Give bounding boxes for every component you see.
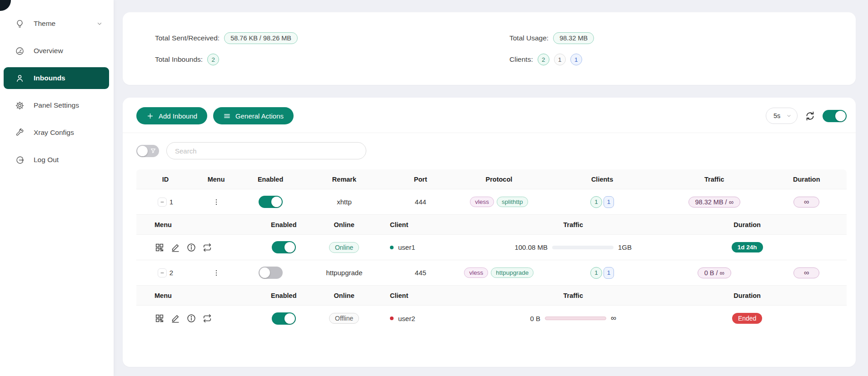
collapse-row-button[interactable] (158, 268, 167, 277)
col-header-client: Client (367, 292, 459, 299)
app-root: Theme Overview Inbounds (0, 0, 868, 376)
duration-badge: ∞ (793, 197, 819, 208)
client-count-badge: 1 (590, 196, 602, 208)
info-icon[interactable] (186, 242, 196, 252)
sidebar-item-label: Xray Configs (34, 129, 103, 137)
user-icon (15, 73, 25, 83)
info-icon[interactable] (186, 313, 196, 323)
inbound-row[interactable]: 1 xhttp 444 vless splithttp 1 (136, 189, 847, 215)
client-count-badge: 1 (604, 196, 614, 208)
total-inbounds-badge: 2 (207, 54, 219, 65)
filter-toggle[interactable] (136, 145, 159, 157)
traffic-progress-bar (552, 246, 614, 249)
traffic-progress-bar (545, 317, 606, 320)
sidebar-item-theme[interactable]: Theme (4, 13, 109, 35)
edit-icon[interactable] (170, 242, 180, 252)
row-menu-icon[interactable] (212, 198, 220, 206)
client-status-dot (390, 246, 394, 249)
traffic-badge: 0 B / ∞ (698, 267, 731, 278)
col-header-menu: Menu (195, 176, 238, 183)
chevron-down-icon (96, 20, 103, 27)
add-inbound-button[interactable]: Add Inbound (136, 107, 207, 124)
client-header-row: Menu Enabled Online Client Traffic Durat… (136, 215, 847, 235)
traffic-badge: 98.32 MB / ∞ (688, 197, 741, 208)
bulb-icon (15, 19, 25, 29)
col-header-duration: Duration (687, 221, 808, 228)
qr-code-icon[interactable] (155, 313, 165, 323)
col-header-traffic: Traffic (459, 221, 687, 228)
edit-icon[interactable] (170, 313, 180, 323)
sidebar-item-logout[interactable]: Log Out (4, 149, 109, 171)
row-menu-icon[interactable] (212, 269, 220, 277)
gear-icon (15, 100, 25, 110)
col-header-traffic: Traffic (459, 292, 687, 299)
col-header-enabled: Enabled (246, 221, 321, 228)
clients-count-badge: 2 (538, 54, 549, 65)
refresh-interval-select[interactable]: 5s (766, 108, 798, 124)
auto-refresh-toggle[interactable] (823, 110, 847, 122)
inbound-remark: xhttp (303, 198, 385, 206)
col-header-menu: Menu (136, 292, 246, 299)
client-header-row: Menu Enabled Online Client Traffic Durat… (136, 286, 847, 306)
main-content: Total Sent/Received: 58.76 KB / 98.26 MB… (114, 0, 868, 376)
logout-icon (15, 155, 25, 165)
plus-icon (146, 112, 154, 120)
online-status-badge: Offline (329, 313, 359, 324)
sidebar-item-xray-configs[interactable]: Xray Configs (4, 122, 109, 143)
col-header-traffic: Traffic (662, 176, 767, 183)
inbound-port: 445 (385, 269, 456, 277)
clients-label: Clients: (509, 55, 533, 64)
col-header-port: Port (385, 176, 456, 183)
col-header-protocol: Protocol (456, 176, 543, 183)
general-actions-button[interactable]: General Actions (213, 107, 294, 124)
col-header-online: Online (321, 221, 367, 228)
client-name: user1 (398, 243, 415, 251)
sidebar-nav: Theme Overview Inbounds (0, 0, 114, 171)
toolbar: Add Inbound General Actions 5s (123, 98, 856, 133)
inbound-port: 444 (385, 198, 456, 206)
collapse-row-button[interactable] (158, 198, 167, 207)
clients-count-badge: 1 (554, 54, 566, 65)
col-header-online: Online (321, 292, 367, 299)
col-header-menu: Menu (136, 221, 246, 228)
menu-bars-icon (223, 112, 231, 120)
inbound-enabled-toggle[interactable] (259, 267, 283, 279)
duration-badge: 1d 24h (732, 242, 763, 252)
inbound-id: 2 (170, 269, 173, 277)
sidebar-item-panel-settings[interactable]: Panel Settings (4, 94, 109, 116)
total-inbounds-label: Total Inbounds: (155, 55, 203, 64)
col-header-duration: Duration (767, 176, 847, 183)
reset-traffic-icon[interactable] (202, 313, 212, 323)
search-row (123, 133, 856, 159)
traffic-total: 1GB (618, 243, 632, 251)
inbounds-card: Add Inbound General Actions 5s (123, 98, 856, 367)
clients-count-badge: 1 (570, 54, 582, 65)
client-enabled-toggle[interactable] (272, 241, 296, 253)
col-header-enabled: Enabled (238, 176, 303, 183)
inbound-remark: httpupgrade (303, 269, 385, 277)
client-enabled-toggle[interactable] (272, 312, 296, 325)
sidebar-item-inbounds[interactable]: Inbounds (4, 67, 109, 89)
client-status-dot (390, 317, 394, 320)
sidebar-item-label: Theme (34, 20, 96, 28)
inbound-enabled-toggle[interactable] (259, 196, 283, 208)
col-header-client: Client (367, 221, 459, 228)
client-row: Online user1 100.08 MB 1GB 1d 24h (136, 235, 847, 260)
protocol-tag: httpupgrade (491, 267, 534, 278)
protocol-tag: vless (470, 197, 494, 207)
duration-badge: Ended (732, 313, 762, 324)
online-status-badge: Online (329, 242, 359, 253)
search-input[interactable] (166, 142, 366, 159)
sidebar-item-label: Panel Settings (34, 101, 103, 109)
client-name: user2 (398, 315, 415, 322)
reset-traffic-icon[interactable] (202, 242, 212, 252)
col-header-enabled: Enabled (246, 292, 321, 299)
refresh-icon[interactable] (805, 111, 815, 121)
sidebar-item-overview[interactable]: Overview (4, 40, 109, 62)
qr-code-icon[interactable] (155, 242, 165, 252)
col-header-id: ID (136, 176, 195, 183)
col-header-duration: Duration (687, 292, 808, 299)
inbound-row[interactable]: 2 httpupgrade 445 vless httpupgrade (136, 260, 847, 286)
total-usage-label: Total Usage: (509, 34, 549, 42)
protocol-tag: vless (464, 267, 488, 278)
